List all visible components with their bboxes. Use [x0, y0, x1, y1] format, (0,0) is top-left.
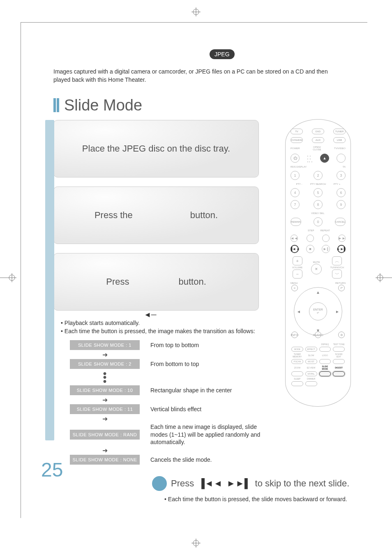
- step-button[interactable]: [307, 235, 314, 242]
- arrow-down-icon: ➜: [70, 415, 140, 422]
- keypad-button[interactable]: 1: [291, 171, 300, 180]
- remote-source-button[interactable]: DVNHDM: [291, 137, 303, 143]
- section-title: Slide Mode: [53, 97, 353, 114]
- remote-label: PTY SEARCH: [309, 183, 327, 185]
- play-pause-button[interactable]: ►‖: [322, 245, 330, 253]
- dimmer-button[interactable]: [305, 381, 317, 386]
- tuning-down-button[interactable]: ﹀: [332, 269, 342, 279]
- registration-mark-icon: [191, 7, 201, 16]
- dspeq-button[interactable]: [319, 347, 331, 352]
- keypad-button[interactable]: 9: [337, 200, 346, 209]
- keypad-button[interactable]: 8: [314, 200, 323, 209]
- remote-source-button[interactable]: DVD: [312, 129, 324, 134]
- remote-label: DSP/EQ: [319, 343, 331, 345]
- remote-source-button[interactable]: AUX: [312, 137, 324, 143]
- remote-label: TA: [319, 166, 346, 168]
- repeat-button[interactable]: [322, 235, 330, 242]
- mode-desc: Rectangular shape in the center: [150, 387, 232, 394]
- slide-mode-button[interactable]: [319, 371, 331, 376]
- skip-note: • Each time the button is pressed, the s…: [164, 496, 353, 502]
- keypad-button[interactable]: 7: [291, 200, 300, 209]
- logo-button[interactable]: [319, 359, 331, 364]
- mode-chip: SLIDE SHOW MODE : 1: [70, 340, 140, 350]
- section-bars-icon: [53, 98, 59, 112]
- mode-row: SLIDE SHOW MODE : NONE Cancels the slide…: [70, 455, 353, 465]
- remote-label: POWER: [291, 147, 300, 150]
- keypad-button[interactable]: 2: [314, 171, 323, 180]
- pscan-button[interactable]: P.SCAN: [291, 359, 303, 364]
- jpeg-badge: JPEG: [210, 49, 235, 59]
- remote-source-button[interactable]: TV: [291, 129, 303, 134]
- keypad-button[interactable]: 3: [337, 171, 346, 180]
- indicator-dots-icon: ∘ ∘∘ ∘∘∘ ∘: [307, 154, 313, 163]
- sound-edit-button[interactable]: [333, 359, 345, 364]
- info-button[interactable]: INFO: [291, 332, 298, 338]
- keypad-button[interactable]: 5: [314, 188, 323, 197]
- remote-label: MENU: [291, 282, 317, 284]
- most-button[interactable]: MO/ST: [305, 359, 317, 364]
- arrow-down-icon: ➜: [70, 447, 140, 454]
- remote-label: MUTE: [313, 261, 320, 263]
- enter-icon: ↵: [317, 311, 319, 315]
- tuning-up-button[interactable]: ︿: [332, 256, 342, 265]
- remote-label: DIGEST: [333, 366, 345, 369]
- test-tone-button[interactable]: [333, 347, 345, 352]
- remote-source-button[interactable]: USB: [333, 137, 346, 143]
- sleep-button[interactable]: [291, 381, 303, 386]
- section-title-text: Slide Mode: [64, 97, 142, 114]
- effect-button[interactable]: EFFECT: [305, 347, 317, 352]
- power-button[interactable]: ⏻: [291, 154, 300, 163]
- open-close-button[interactable]: ▲: [320, 154, 329, 163]
- remote-label: LOGO: [319, 354, 331, 357]
- digest-button[interactable]: [333, 371, 345, 376]
- remain-button[interactable]: REMAIN: [291, 218, 301, 226]
- mode-chip: SLIDE SHOW MODE : 10: [70, 385, 140, 395]
- remote-label: PTY -: [291, 183, 308, 185]
- dpad-up-button[interactable]: ▲: [316, 290, 320, 295]
- step-1-text: Place the JPEG disc on the disc tray.: [82, 143, 230, 154]
- mode-chip: SLIDE SHOW MODE : RAND: [70, 430, 140, 440]
- mode-button[interactable]: MODE: [291, 347, 303, 352]
- mute-button[interactable]: ✕: [311, 264, 322, 274]
- return-button[interactable]: ↶: [338, 285, 345, 291]
- mode-desc: Cancels the slide mode.: [150, 456, 212, 463]
- prev-track-button[interactable]: ▐◄◄: [291, 245, 299, 253]
- keypad-button[interactable]: 4: [291, 188, 300, 197]
- next-track-icon: ►►▌: [226, 478, 251, 489]
- rewind-button[interactable]: ◄◄: [291, 235, 298, 242]
- ellipsis-dots-icon: ●●●: [70, 370, 140, 385]
- intro-text: Images captured with a digital camera or…: [53, 67, 341, 84]
- menu-button[interactable]: ≡: [291, 285, 298, 291]
- dpad-left-button[interactable]: ◄: [297, 309, 301, 314]
- cancel-button[interactable]: CANCEL: [335, 218, 346, 226]
- remote-label: OPEN/ CLOSE: [313, 146, 321, 151]
- audio-button[interactable]: AUDIO: [315, 332, 321, 338]
- fast-forward-button[interactable]: ►►: [338, 235, 346, 242]
- tv-video-button[interactable]: [337, 154, 346, 163]
- skip-press: Press: [171, 478, 194, 489]
- step-3-button: button.: [178, 276, 206, 287]
- stop-button[interactable]: ■: [306, 245, 314, 253]
- remote-source-button[interactable]: TUNER: [333, 129, 346, 134]
- volume-up-button[interactable]: +: [293, 256, 302, 265]
- keypad-button[interactable]: 6: [337, 188, 346, 197]
- mode-row: SLIDE SHOW MODE : RAND Each time a new i…: [70, 423, 353, 446]
- remote-label: SLOW: [305, 354, 317, 357]
- volume-down-button[interactable]: −: [293, 269, 302, 279]
- loop-back-arrow-icon: ◄─: [144, 311, 157, 319]
- step-2-button: button.: [190, 210, 218, 221]
- subtitle-button[interactable]: ⊕: [338, 332, 345, 338]
- zoom-button[interactable]: [291, 371, 303, 376]
- step-card-3: Press button.: [53, 253, 259, 311]
- ntpal-button[interactable]: NT/PAL: [305, 371, 317, 376]
- steps-rail: [45, 120, 54, 440]
- remote-label: ZOOM: [291, 366, 303, 369]
- remote-label: REPEAT: [319, 229, 332, 232]
- next-track-button[interactable]: ►►▌: [337, 245, 346, 253]
- remote-label: TUNING/CH: [330, 266, 344, 269]
- enter-button[interactable]: ENTER ↵: [309, 302, 327, 320]
- keypad-button[interactable]: 0: [314, 217, 323, 226]
- step-card-1: Place the JPEG disc on the disc tray.: [53, 120, 259, 177]
- arrow-down-icon: ➜: [70, 351, 140, 358]
- dpad-right-button[interactable]: ►: [335, 309, 339, 314]
